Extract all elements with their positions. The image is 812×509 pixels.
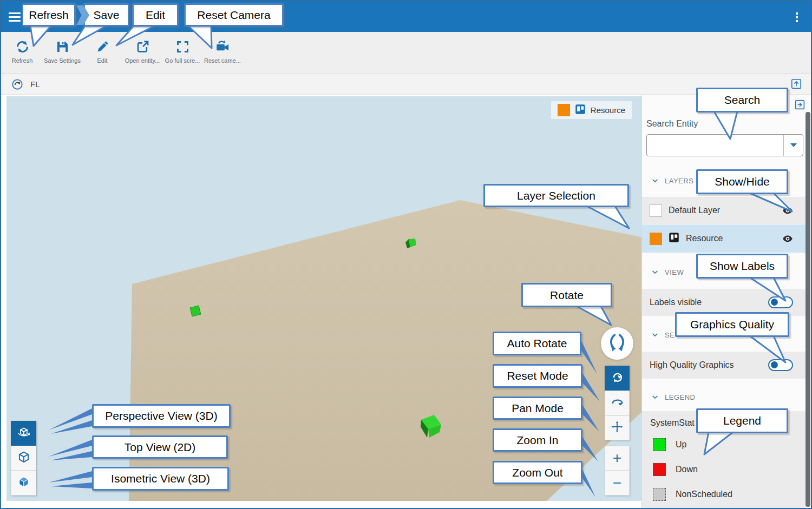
rotate-arrows-icon	[605, 330, 630, 357]
legend-item-down: Down	[653, 463, 698, 476]
cube-outline-icon	[17, 450, 31, 466]
chevron-down-icon	[790, 143, 797, 147]
eye-icon[interactable]	[782, 206, 793, 215]
section-title: LAYERS	[665, 177, 693, 185]
layer-row-resource[interactable]: Resource	[642, 224, 806, 253]
edit-icon	[82, 39, 122, 54]
refresh-icon	[2, 39, 42, 54]
section-title: VIEW	[665, 268, 684, 276]
callout-isometric-view: Isometric View (3D)	[92, 467, 229, 491]
search-entity-input[interactable]	[649, 137, 779, 154]
app-window: Refresh Save Settings Edit Open entity..…	[0, 0, 812, 509]
reset-mode-button[interactable]	[605, 391, 630, 415]
zoom-out-button[interactable]: −	[605, 471, 630, 495]
callout-layer-selection: Layer Selection	[483, 184, 629, 207]
kanban-icon	[669, 232, 679, 245]
kanban-icon	[575, 104, 586, 117]
perspective-view-button[interactable]	[11, 421, 36, 446]
callout-edit: Edit	[132, 3, 179, 27]
breadcrumb-entity[interactable]: FL	[30, 80, 40, 89]
popout-icon[interactable]	[790, 78, 802, 90]
reset-camera-icon	[202, 39, 243, 54]
layer-label: Resource	[686, 234, 723, 243]
save-settings-button[interactable]: Save Settings	[42, 32, 82, 74]
chevron-down-icon	[651, 176, 659, 185]
top-view-button[interactable]	[11, 446, 36, 471]
legend-item-up: Up	[653, 438, 686, 451]
labels-visible-toggle[interactable]	[768, 296, 793, 308]
callout-zoom-out: Zoom Out	[493, 461, 582, 484]
toggle-label: Labels visible	[650, 298, 702, 307]
move-icon	[611, 420, 624, 435]
toolbar-label: Reset came...	[202, 57, 243, 64]
fullscreen-icon	[162, 39, 202, 54]
layer-color-swatch	[650, 233, 662, 245]
high-quality-toggle[interactable]	[768, 359, 793, 371]
legend-swatch-down	[653, 463, 666, 476]
main-toolbar: Refresh Save Settings Edit Open entity..…	[1, 32, 811, 74]
callout-legend: Legend	[696, 408, 788, 433]
zoom-in-button[interactable]: +	[605, 446, 630, 471]
rotate-gesture-icon	[611, 371, 624, 386]
edit-button[interactable]: Edit	[82, 32, 122, 74]
callout-rotate: Rotate	[521, 283, 612, 307]
auto-rotate-button[interactable]	[605, 366, 630, 391]
layer-row-default[interactable]: Default Layer	[642, 197, 806, 224]
refresh-button[interactable]: Refresh	[2, 32, 42, 74]
legend-swatch-up	[653, 438, 666, 451]
callout-pan-mode: Pan Mode	[493, 396, 582, 420]
eye-icon[interactable]	[782, 234, 793, 243]
toolbar-label: Refresh	[2, 57, 42, 64]
hamburger-menu-icon[interactable]	[9, 10, 22, 22]
isometric-view-button[interactable]	[11, 471, 36, 495]
save-icon	[42, 39, 82, 54]
chevron-down-icon	[651, 330, 659, 339]
panel-scrollbar[interactable]	[806, 112, 810, 507]
cube-filled-icon	[17, 475, 31, 491]
callout-save: Save	[83, 3, 129, 27]
search-entity-combobox	[646, 134, 803, 156]
callout-auto-rotate: Auto Rotate	[493, 332, 581, 355]
fullscreen-button[interactable]: Go full scre...	[162, 32, 202, 74]
chevron-down-icon	[651, 393, 659, 401]
callout-reset-mode: Reset Mode	[493, 364, 582, 388]
search-entity-label: Search Entity	[646, 119, 698, 129]
layer-color-swatch	[650, 204, 662, 217]
resource-cube-mid	[190, 306, 201, 316]
legend-item-nonscheduled: NonScheduled	[653, 488, 732, 501]
toolbar-label: Edit	[82, 57, 122, 64]
legend-group-label: SystemStat	[650, 418, 695, 428]
callout-graphics-quality: Graphics Quality	[675, 312, 789, 337]
toolbar-label: Save Settings	[42, 57, 82, 64]
rotate-control[interactable]	[601, 327, 633, 360]
legend-swatch-nonscheduled	[653, 488, 666, 501]
collapse-panel-icon[interactable]	[794, 99, 806, 110]
callout-search: Search	[696, 88, 788, 113]
breadcrumb-bar: FL	[1, 74, 811, 95]
section-title: LEGEND	[665, 393, 695, 401]
open-entity-button[interactable]: Open entity...	[122, 32, 162, 74]
legend-section-header[interactable]: LEGEND	[642, 389, 806, 405]
layer-label: Default Layer	[669, 206, 720, 215]
toggle-label: High Quality Graphics	[650, 360, 734, 370]
toolbar-label: Open entity...	[122, 57, 162, 64]
chevron-down-icon	[651, 268, 659, 276]
reset-camera-button[interactable]: Reset came...	[202, 32, 243, 74]
kebab-menu-icon[interactable]	[795, 11, 799, 24]
chip-label: Resource	[591, 105, 625, 115]
camera-mode-buttons	[605, 366, 630, 440]
callout-show-labels: Show Labels	[696, 254, 788, 279]
view-mode-buttons	[11, 421, 36, 495]
right-panel: Search Entity LAYERS Default Layer	[641, 95, 811, 509]
pan-mode-button[interactable]	[605, 415, 630, 440]
perspective-cube-icon	[17, 425, 31, 441]
callout-top-view: Top View (2D)	[92, 435, 228, 459]
combobox-dropdown-button[interactable]	[783, 135, 803, 156]
high-quality-row: High Quality Graphics	[642, 352, 806, 379]
zoom-buttons: + −	[605, 446, 630, 495]
sync-icon[interactable]	[11, 78, 23, 90]
viewport-legend-chip: Resource	[551, 101, 632, 119]
orbit-icon	[611, 395, 624, 411]
callout-reset-camera: Reset Camera	[184, 3, 284, 27]
callout-perspective-view: Perspective View (3D)	[92, 404, 231, 428]
